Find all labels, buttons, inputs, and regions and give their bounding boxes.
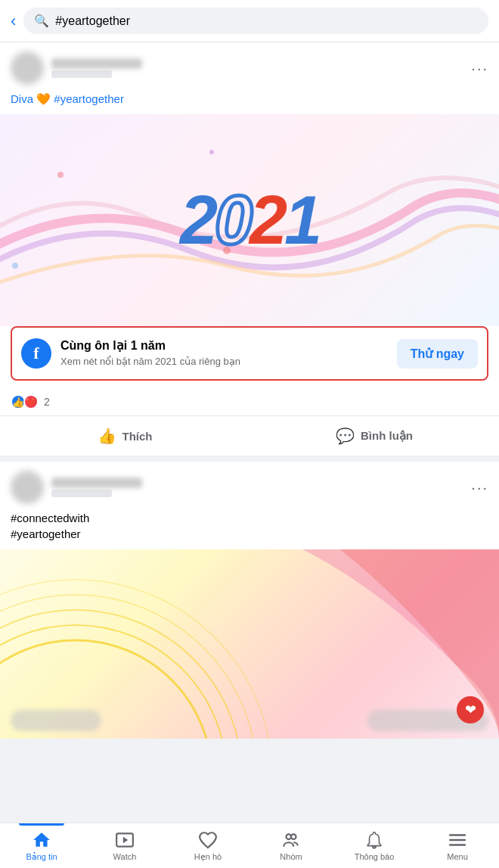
active-indicator	[19, 823, 64, 826]
home-icon	[32, 830, 51, 850]
fb-logo-f: f	[33, 344, 39, 363]
heart-badge: ❤	[457, 696, 484, 723]
svg-marker-10	[123, 837, 129, 844]
back-button[interactable]: ‹	[11, 11, 16, 31]
nav-item-notifications[interactable]: Thông báo	[333, 823, 416, 868]
nav-label-dating: Hẹn hò	[194, 852, 222, 862]
time-placeholder-2	[51, 490, 112, 497]
more-options-2[interactable]: ···	[471, 479, 488, 496]
top-bar: ‹ 🔍 #yeartogether	[0, 0, 499, 42]
nav-label-groups: Nhóm	[280, 852, 302, 861]
groups-icon	[281, 830, 301, 850]
comment-icon-1: 💬	[336, 427, 355, 445]
search-icon: 🔍	[34, 14, 49, 28]
nav-label-menu: Menu	[447, 852, 468, 861]
nav-item-watch[interactable]: Watch	[83, 823, 166, 868]
dating-icon	[198, 830, 218, 850]
watch-icon	[115, 830, 135, 850]
nav-label-watch: Watch	[113, 852, 137, 861]
fb-logo: f	[21, 338, 51, 369]
svg-point-3	[12, 263, 18, 269]
bottom-nav: Bảng tin Watch Hẹn hò Nhóm Thông báo	[0, 823, 499, 868]
try-now-button[interactable]: Thử ngay	[397, 339, 478, 369]
year-review-banner: f Cùng ôn lại 1 năm Xem nét nổi bật năm …	[11, 326, 488, 381]
nav-label-notifications: Thông báo	[355, 852, 395, 861]
avatar-1	[11, 51, 44, 85]
user-info-1	[51, 58, 142, 78]
love-reaction: ❤️	[23, 394, 39, 409]
nav-item-dating[interactable]: Hẹn hò	[166, 823, 250, 868]
banner-text: Cùng ôn lại 1 năm Xem nét nổi bật năm 20…	[60, 338, 388, 369]
post-image-bottom	[0, 702, 499, 739]
svg-point-0	[57, 172, 64, 178]
menu-icon	[448, 830, 467, 850]
post-header-1: ···	[0, 42, 499, 91]
like-icon-1: 👍	[98, 427, 116, 445]
svg-point-12	[291, 834, 296, 839]
reaction-count-1: 2	[44, 396, 50, 408]
feed: ··· Diva 🧡 #yeartogether 2021	[0, 42, 499, 739]
post-image-2: ❤	[0, 549, 499, 739]
svg-point-1	[209, 150, 214, 154]
pill-left	[11, 710, 101, 731]
reaction-icons-1: 👍 ❤️	[11, 394, 36, 409]
post-image-1: 2021	[0, 114, 499, 326]
user-info-2	[51, 478, 142, 497]
post-text-2: #connectedwith #yeartogether	[0, 510, 499, 549]
reactions-row-1: 👍 ❤️ 2	[0, 388, 499, 415]
comment-label-1: Bình luận	[361, 429, 413, 443]
nav-item-groups[interactable]: Nhóm	[250, 823, 333, 868]
username-placeholder-1	[51, 58, 142, 69]
nav-label-home: Bảng tin	[26, 852, 57, 862]
more-options-1[interactable]: ···	[471, 60, 488, 77]
like-button-1[interactable]: 👍 Thích	[0, 419, 250, 453]
post-header-2: ···	[0, 462, 499, 510]
comment-button-1[interactable]: 💬 Bình luận	[250, 419, 499, 453]
nav-item-home[interactable]: Bảng tin	[0, 823, 83, 868]
post-card-2: ··· #connectedwith #yeartogether ❤	[0, 462, 499, 739]
banner-title: Cùng ôn lại 1 năm	[60, 338, 388, 353]
notifications-icon	[364, 830, 384, 850]
post-text-1: Diva 🧡 #yeartogether	[0, 91, 499, 114]
year-display: 2021	[180, 182, 319, 260]
post-user-1	[11, 51, 142, 85]
avatar-2	[11, 471, 44, 504]
search-bar[interactable]: 🔍 #yeartogether	[23, 8, 488, 34]
nav-item-menu[interactable]: Menu	[416, 823, 499, 868]
like-label-1: Thích	[122, 430, 153, 443]
post-card-1: ··· Diva 🧡 #yeartogether 2021	[0, 42, 499, 456]
post-user-2	[11, 471, 142, 504]
search-query: #yeartogether	[55, 14, 130, 28]
username-placeholder-2	[51, 478, 142, 488]
banner-subtitle: Xem nét nổi bật năm 2021 của riêng bạn	[60, 355, 388, 369]
post-actions-1: 👍 Thích 💬 Bình luận	[0, 415, 499, 456]
time-placeholder-1	[51, 70, 112, 78]
